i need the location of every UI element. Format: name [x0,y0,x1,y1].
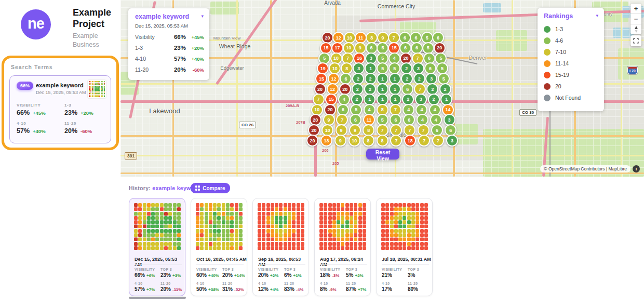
legend-item-not-found[interactable]: Not Found [544,92,601,103]
heatmap-cell [151,207,155,211]
heatmap-cell [324,216,327,220]
legend-label: 4-6 [555,37,563,44]
search-term-card[interactable]: 66% example keyword Dec 15, 2025, 05:53 … [9,75,111,143]
compass-button[interactable] [630,24,641,34]
heatmap-cell [92,91,93,92]
heatmap-cell [275,203,278,207]
history-card[interactable]: Jul 18, 2025, 08:31 AMVISIBILITY21%TOP 3… [376,198,433,296]
history-card-heatmap [134,203,181,250]
history-label: History: [129,185,151,191]
stat-visibility: VISIBILITY21% [382,268,408,278]
heatmap-cell [95,84,96,85]
zoom-in-button[interactable]: + [630,4,641,14]
heatmap-cell [332,203,336,207]
heatmap-cell [235,233,238,237]
map-rank-pin[interactable]: 9 [334,135,346,147]
map-rank-pin[interactable]: 3 [446,135,458,147]
heatmap-cell [390,242,394,246]
map-rank-pin[interactable]: 8 [363,135,374,147]
heatmap-cell [345,233,349,237]
heatmap-cell [155,203,159,207]
heatmap-cell [411,220,415,224]
legend-item-4-6[interactable]: 4-6 [544,35,601,46]
fullscreen-button[interactable] [630,35,641,46]
history-card[interactable]: Sep 16, 2025, 06:53 AMVISIBILITY20%+2%TO… [252,198,309,296]
map-rank-pin[interactable]: 10 [348,135,360,147]
keyword-dropdown[interactable]: example keyword [135,13,189,20]
stat-11-20: 11-2020%-11% [160,282,183,292]
heatmap-cell [288,224,291,228]
history-card[interactable]: Dec 15, 2025, 05:53 AMVISIBILITY66%+6%TO… [129,198,185,296]
horizontal-scrollbar[interactable] [129,297,186,299]
heatmap-cell [155,237,159,241]
rankings-dropdown[interactable]: Rankings [544,12,573,20]
stat-value: 8% [320,286,327,292]
heatmap-cell [354,212,357,216]
heatmap-cell [390,203,394,207]
map-rank-pin[interactable]: 15 [320,42,332,54]
heatmap-cell [160,229,164,233]
chevron-down-icon[interactable]: ▾ [596,13,598,18]
heatmap-cell [98,87,99,88]
heatmap-cell [297,233,300,237]
heatmap-cell [151,224,155,228]
zoom-out-button[interactable]: − [630,14,641,24]
map-canvas[interactable]: Commerce CityAdams CountyArvadaMountain … [120,0,644,177]
chevron-down-icon[interactable]: ▾ [201,14,204,19]
heatmap-cell [350,229,353,233]
heatmap-cell [147,246,151,250]
heatmap-cell [160,242,164,246]
heatmap-cell [279,242,283,246]
reset-view-button[interactable]: Reset View [366,149,399,160]
project-logo[interactable]: ne [21,9,51,39]
stat-11-20: 11-2020%-60% [64,121,106,135]
heatmap-cell [196,212,199,216]
stat-4-10: 4-1057%+40% [17,121,64,135]
stat-delta: +7% [358,287,366,292]
heatmap-cell [345,203,349,207]
heatmap-cell [168,237,172,241]
info-icon[interactable]: i [633,165,640,173]
history-card[interactable]: Aug 17, 2025, 06:24 AMVISIBILITY18%-3%TO… [314,198,371,296]
heatmap-cell [337,233,340,237]
heatmap-cell [324,233,327,237]
legend-item-20[interactable]: 20 [544,81,601,92]
place-label-wheat-ridge: Wheat Ridge [219,43,251,49]
heatmap-cell [99,84,100,85]
heatmap-cell [262,216,265,220]
compare-button[interactable]: Compare [191,183,230,193]
heatmap-cell [168,242,172,246]
map-rank-pin[interactable]: 7 [432,135,444,147]
map-road [270,0,272,177]
heatmap-cell [143,233,146,237]
legend-item-7-10[interactable]: 7-10 [544,46,601,58]
place-label-edgewater: Edgewater [220,65,244,71]
heatmap-cell [222,203,225,207]
legend-item-11-14[interactable]: 11-14 [544,58,601,69]
heatmap-cell [226,233,230,237]
heatmap-cell [345,216,349,220]
legend-item-15-19[interactable]: 15-19 [544,69,601,81]
heatmap-cell [209,216,212,220]
map-rank-pin[interactable]: 8 [377,135,388,147]
heatmap-cell [398,220,402,224]
map-rank-pin[interactable]: 13 [320,135,332,147]
history-card-list: Dec 15, 2025, 05:53 AMVISIBILITY66%+6%TO… [129,198,433,296]
heatmap-cell [394,233,398,237]
road-shield-co-30: CO 30 [519,109,536,116]
heatmap-cell [164,237,168,241]
heatmap-cell [92,83,93,84]
history-card[interactable]: Oct 16, 2025, 04:45 AMVISIBILITY60%+40%T… [191,198,247,296]
heatmap-cell [138,237,142,241]
heatmap-cell [284,237,287,241]
heatmap-cell [420,237,424,241]
legend-item-1-3[interactable]: 1-3 [544,23,601,35]
heatmap-cell [222,242,225,246]
heatmap-cell [385,207,389,211]
map-rank-pin[interactable]: 20 [306,135,318,147]
heatmap-cell [138,224,142,228]
heatmap-cell [164,212,168,216]
heatmap-cell [288,233,291,237]
stat-value-row: 20%-60% [64,127,106,135]
heatmap-cell [147,207,151,211]
